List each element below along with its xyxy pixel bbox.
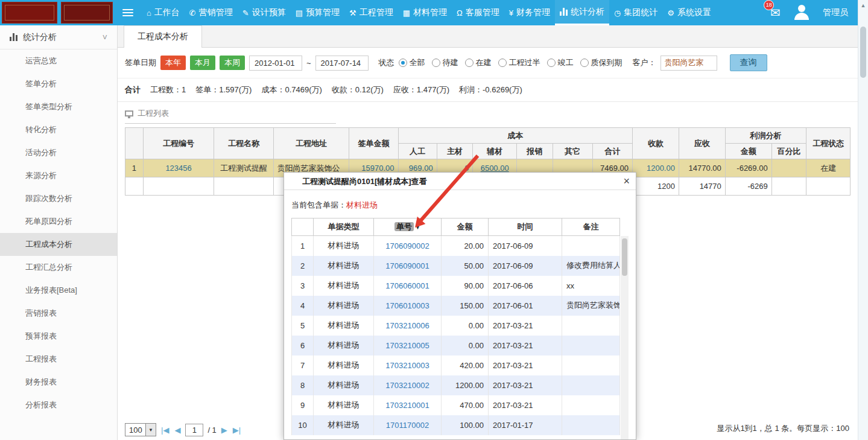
status-option-completed[interactable]: 竣工	[547, 57, 574, 68]
dropdown-arrow-icon[interactable]: ▼	[145, 424, 156, 436]
sidebar-item-analysis-report[interactable]: 分析报表	[0, 394, 117, 416]
nav-item-workbench[interactable]: ⌂工作台	[142, 0, 185, 25]
last-page-button[interactable]: ▶|	[233, 426, 241, 435]
modal-table-row[interactable]: 2 材料进场 1706090001 50.00 2017-06-09 修改费用结…	[292, 256, 620, 276]
quick-filter-this-year[interactable]: 本年	[160, 56, 186, 70]
modal-scrollbar[interactable]	[621, 236, 629, 440]
radio-icon[interactable]	[399, 59, 407, 67]
sidebar-header[interactable]: 统计分析 ˅	[0, 25, 117, 49]
quick-filter-this-month[interactable]: 本月	[190, 56, 215, 70]
doc-number-link[interactable]: 1706090001	[374, 256, 442, 276]
doc-number-link[interactable]: 1706060001	[374, 276, 442, 296]
nav-item-group-stats[interactable]: ◷集团统计	[609, 0, 662, 25]
col-header-other[interactable]: 其它	[553, 144, 592, 159]
menu-icon[interactable]	[122, 7, 133, 18]
logo-image-2[interactable]	[61, 2, 113, 24]
doc-number-link[interactable]: 1706090002	[374, 236, 442, 256]
nav-item-project-mgmt[interactable]: ⚒工程管理	[344, 0, 398, 25]
chevron-down-icon[interactable]: ˅	[103, 33, 107, 42]
sidebar-item-project-summary-analysis[interactable]: 工程汇总分析	[0, 256, 117, 279]
modal-table-row[interactable]: 4 材料进场 1706010003 150.00 2017-06-01 贵阳尚艺…	[292, 296, 620, 316]
modal-table-row[interactable]: 5 材料进场 1703210006 0.00 2017-03-21	[292, 316, 620, 336]
page-scrollbar[interactable]: ▲	[858, 0, 868, 440]
tab-project-cost-analysis[interactable]: 工程成本分析	[124, 25, 202, 48]
cell-received[interactable]: 1200.00	[633, 159, 679, 177]
sidebar-item-project-cost-analysis[interactable]: 工程成本分析	[0, 233, 117, 256]
doc-number-link[interactable]: 1703210002	[374, 375, 442, 395]
radio-icon[interactable]	[432, 59, 440, 67]
status-option-warranty-due[interactable]: 质保到期	[580, 57, 622, 68]
sidebar-item-conversion-analysis[interactable]: 转化分析	[0, 118, 117, 141]
next-page-button[interactable]: ▶	[221, 426, 227, 435]
sort-desc-icon[interactable]: ▼	[415, 225, 420, 231]
sidebar-item-operations-overview[interactable]: 运营总览	[0, 49, 117, 72]
sidebar-item-marketing-report[interactable]: 营销报表	[0, 302, 117, 325]
col-header-cost-group[interactable]: 成本	[398, 128, 633, 144]
sidebar-item-finance-report[interactable]: 财务报表	[0, 371, 117, 394]
doc-number-header[interactable]: 单号	[394, 222, 414, 231]
col-header-profit-pct[interactable]: 百分比	[771, 144, 806, 159]
modal-table-row[interactable]: 9 材料进场 1703210001 470.00 2017-03-21	[292, 395, 620, 415]
radio-icon[interactable]	[465, 59, 474, 67]
col-header-cost-total[interactable]: 合计	[592, 144, 632, 159]
modal-col-remark[interactable]: 备注	[562, 218, 620, 236]
modal-title-bar[interactable]: 工程测试提醒尚0101[辅材成本]查看 ×	[284, 173, 636, 190]
doc-number-link[interactable]: 1703210005	[374, 336, 442, 356]
modal-col-index[interactable]	[292, 218, 314, 236]
col-header-labor[interactable]: 人工	[398, 144, 437, 159]
date-to-input[interactable]: 2017-07-14	[315, 56, 369, 71]
logo-image-1[interactable]	[2, 2, 57, 24]
col-header-main-material[interactable]: 主材	[437, 144, 473, 159]
sidebar-item-dead-order-analysis[interactable]: 死单原因分析	[0, 210, 117, 233]
sidebar-item-business-report-beta[interactable]: 业务报表[Beta]	[0, 279, 117, 302]
doc-number-link[interactable]: 1703210001	[374, 395, 442, 415]
nav-item-budget-mgmt[interactable]: ▤预算管理	[291, 0, 344, 25]
sidebar-item-sign-analysis[interactable]: 签单分析	[0, 72, 117, 95]
page-number-input[interactable]: 1	[185, 424, 203, 436]
nav-item-finance-mgmt[interactable]: ¥财务管理	[504, 0, 555, 25]
sidebar-item-track-count-analysis[interactable]: 跟踪次数分析	[0, 187, 117, 210]
modal-table-row[interactable]: 6 材料进场 1703210005 0.00 2017-03-21	[292, 336, 620, 356]
status-option-all[interactable]: 全部	[399, 57, 425, 68]
col-header-received[interactable]: 收款	[633, 128, 679, 159]
modal-col-time[interactable]: 时间	[489, 218, 562, 236]
modal-table-row[interactable]: 7 材料进场 1703210003 420.00 2017-03-21	[292, 356, 620, 375]
modal-table-row[interactable]: 3 材料进场 1706060001 90.00 2017-06-06 xx	[292, 276, 620, 296]
close-icon[interactable]: ×	[623, 173, 630, 190]
cell-project-code[interactable]: 123456	[143, 159, 214, 177]
col-header-profit-group[interactable]: 利润分析	[725, 128, 806, 144]
doc-number-link[interactable]: 1701170002	[374, 415, 442, 435]
modal-table-row[interactable]: 10 材料进场 1701170002 100.00 2017-01-17	[292, 415, 620, 435]
status-option-half-done[interactable]: 工程过半	[498, 57, 540, 68]
search-button[interactable]: 查询	[730, 54, 767, 71]
sidebar-item-project-report[interactable]: 工程报表	[0, 348, 117, 371]
modal-scrollbar-thumb[interactable]	[622, 238, 627, 276]
username-label[interactable]: 管理员	[823, 7, 848, 18]
modal-table-row[interactable]: 1 材料进场 1706090002 20.00 2017-06-09	[292, 236, 620, 256]
sidebar-item-budget-report[interactable]: 预算报表	[0, 325, 117, 348]
col-header-profit-amount[interactable]: 金额	[725, 144, 771, 159]
date-from-input[interactable]: 2012-01-01	[249, 56, 302, 71]
radio-icon[interactable]	[547, 59, 556, 67]
modal-col-doc-type[interactable]: 单据类型	[314, 218, 374, 236]
sidebar-item-source-analysis[interactable]: 来源分析	[0, 164, 117, 187]
doc-number-link[interactable]: 1706010003	[374, 296, 442, 316]
aux-material-link[interactable]: 6500.00	[481, 164, 509, 173]
col-header-index[interactable]	[125, 128, 144, 159]
quick-filter-this-week[interactable]: 本周	[220, 56, 245, 70]
sidebar-item-sign-type-analysis[interactable]: 签单类型分析	[0, 95, 117, 118]
doc-number-link[interactable]: 1703210003	[374, 356, 442, 375]
col-header-project-address[interactable]: 工程地址	[273, 128, 349, 159]
col-header-sign-amount[interactable]: 签单金额	[349, 128, 398, 159]
modal-table-row[interactable]: 8 材料进场 1703210002 1200.00 2017-03-21	[292, 375, 620, 395]
nav-item-stats-analysis[interactable]: 统计分析	[555, 0, 609, 25]
prev-page-button[interactable]: ◀	[174, 426, 180, 435]
doc-number-link[interactable]: 1703210006	[374, 316, 442, 336]
nav-item-material-mgmt[interactable]: ▦材料管理	[398, 0, 452, 25]
modal-col-amount[interactable]: 金额	[442, 218, 489, 236]
col-header-reimburse[interactable]: 报销	[516, 144, 553, 159]
col-header-receivable[interactable]: 应收	[679, 128, 725, 159]
nav-item-system-settings[interactable]: ⚙系统设置	[662, 0, 716, 25]
mail-icon[interactable]: ✉18	[770, 5, 781, 20]
nav-item-design-budget[interactable]: ✎设计预算	[238, 0, 291, 25]
